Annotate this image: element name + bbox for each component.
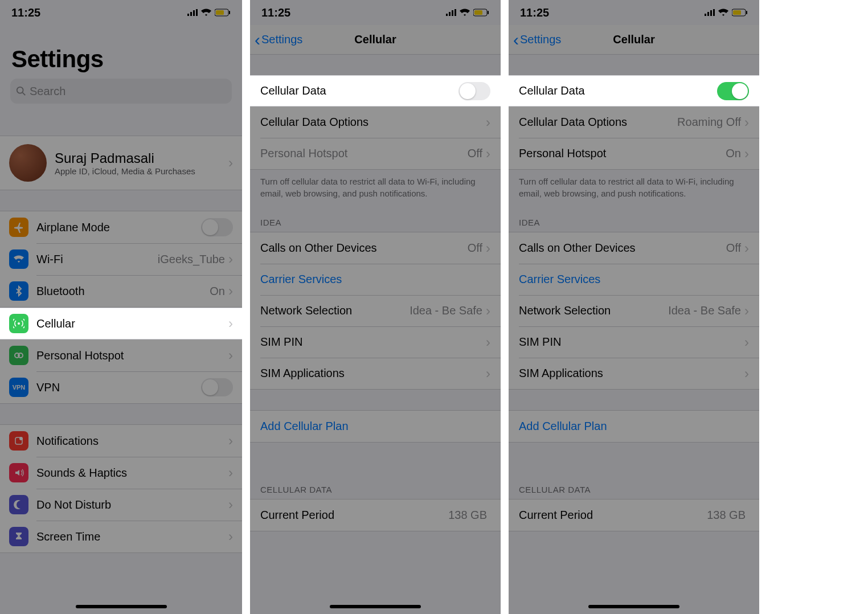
- row-sim-apps[interactable]: SIM Applications ›: [509, 358, 759, 389]
- svg-rect-6: [229, 11, 230, 14]
- row-label: Personal Hotspot: [260, 147, 468, 160]
- row-value: On: [210, 285, 225, 298]
- svg-point-13: [19, 437, 23, 440]
- row-calls-other[interactable]: Calls on Other Devices Off ›: [250, 232, 501, 264]
- row-notifications[interactable]: Notifications ›: [0, 425, 242, 457]
- row-sim-pin[interactable]: SIM PIN ›: [250, 326, 501, 358]
- row-network-selection[interactable]: Network Selection Idea - Be Safe ›: [250, 295, 501, 326]
- row-label: SIM Applications: [519, 367, 744, 380]
- cellular-data-toggle[interactable]: [458, 82, 490, 100]
- row-add-plan[interactable]: Add Cellular Plan: [509, 411, 759, 442]
- chevron-right-icon: ›: [486, 240, 490, 256]
- row-current-period: Current Period 138 GB: [509, 500, 759, 531]
- row-label: Bluetooth: [36, 285, 210, 298]
- signal-icon: [187, 7, 198, 18]
- vpn-toggle[interactable]: [201, 378, 233, 396]
- svg-rect-15: [449, 12, 451, 16]
- row-label: Carrier Services: [519, 273, 749, 286]
- chevron-right-icon: ›: [228, 283, 233, 299]
- status-time: 11:25: [261, 6, 290, 19]
- back-button[interactable]: ‹ Settings: [513, 33, 561, 46]
- svg-rect-26: [733, 10, 741, 15]
- row-label: SIM Applications: [260, 367, 486, 380]
- row-sim-pin[interactable]: SIM PIN ›: [509, 326, 759, 358]
- wifi-icon: [9, 249, 28, 269]
- chevron-left-icon: ‹: [255, 34, 260, 46]
- row-bluetooth[interactable]: Bluetooth On ›: [0, 275, 242, 307]
- svg-line-8: [23, 93, 26, 96]
- status-time: 11:25: [11, 6, 40, 19]
- home-indicator[interactable]: [588, 605, 679, 608]
- chevron-right-icon: ›: [228, 433, 233, 449]
- battery-icon: [215, 9, 231, 17]
- row-network-selection[interactable]: Network Selection Idea - Be Safe ›: [509, 295, 759, 326]
- status-icons: [446, 7, 489, 18]
- row-data-options[interactable]: Cellular Data Options Roaming Off ›: [509, 107, 759, 138]
- home-indicator[interactable]: [76, 605, 167, 608]
- row-label: Network Selection: [260, 304, 410, 317]
- row-label: SIM PIN: [260, 335, 486, 349]
- airplane-toggle[interactable]: [201, 218, 233, 236]
- wifi-icon: [718, 7, 728, 18]
- home-indicator[interactable]: [330, 605, 421, 608]
- profile-name: Suraj Padmasali: [55, 150, 228, 166]
- row-sounds[interactable]: Sounds & Haptics ›: [0, 457, 242, 489]
- nav-bar: ‹ Settings Cellular: [509, 25, 759, 55]
- row-label: Calls on Other Devices: [519, 241, 726, 255]
- row-label: SIM PIN: [519, 335, 744, 349]
- svg-rect-20: [488, 11, 489, 14]
- chevron-right-icon: ›: [228, 155, 233, 171]
- row-value: iGeeks_Tube: [158, 253, 225, 266]
- row-cellular-data[interactable]: Cellular Data: [250, 75, 501, 107]
- row-personal-hotspot[interactable]: Personal Hotspot Off ›: [250, 138, 501, 169]
- row-value: Idea - Be Safe: [410, 304, 482, 317]
- section-header: CELLULAR DATA: [250, 477, 501, 499]
- chevron-right-icon: ›: [228, 347, 233, 363]
- row-vpn[interactable]: VPN VPN: [0, 371, 242, 403]
- row-carrier-services[interactable]: Carrier Services: [509, 264, 759, 295]
- row-label: Personal Hotspot: [519, 147, 726, 160]
- chevron-right-icon: ›: [486, 366, 490, 382]
- sounds-icon: [9, 463, 28, 482]
- settings-screen: 11:25 Settings Search Suraj Padmasali Ap…: [0, 0, 242, 614]
- cellular-data-toggle[interactable]: [717, 82, 749, 100]
- hourglass-icon: [9, 527, 28, 546]
- row-label: Sounds & Haptics: [36, 466, 228, 480]
- row-data-options[interactable]: Cellular Data Options ›: [250, 107, 501, 138]
- row-airplane[interactable]: Airplane Mode: [0, 211, 242, 243]
- svg-point-7: [17, 87, 23, 93]
- svg-rect-2: [193, 10, 195, 16]
- antenna-icon: [9, 314, 28, 333]
- row-cellular[interactable]: Cellular ›: [0, 308, 242, 339]
- section-header: IDEA: [250, 210, 501, 232]
- back-button[interactable]: ‹ Settings: [255, 33, 302, 46]
- chevron-right-icon: ›: [744, 366, 749, 382]
- hotspot-icon: [9, 346, 28, 365]
- row-label: Personal Hotspot: [36, 349, 228, 362]
- row-screentime[interactable]: Screen Time ›: [0, 521, 242, 552]
- row-cellular-data[interactable]: Cellular Data: [509, 75, 759, 107]
- row-hotspot[interactable]: Personal Hotspot ›: [0, 339, 242, 371]
- row-add-plan[interactable]: Add Cellular Plan: [250, 411, 501, 442]
- row-calls-other[interactable]: Calls on Other Devices Off ›: [509, 232, 759, 264]
- row-value: Roaming Off: [677, 116, 741, 129]
- row-label: Add Cellular Plan: [519, 420, 749, 433]
- section-header: CELLULAR DATA: [509, 477, 759, 499]
- row-dnd[interactable]: Do Not Disturb ›: [0, 489, 242, 521]
- profile-row[interactable]: Suraj Padmasali Apple ID, iCloud, Media …: [0, 136, 242, 190]
- row-label: Current Period: [519, 509, 707, 522]
- row-wifi[interactable]: Wi-Fi iGeeks_Tube ›: [0, 243, 242, 275]
- chevron-right-icon: ›: [486, 303, 490, 319]
- row-label: Cellular Data: [260, 84, 458, 97]
- row-label: Screen Time: [36, 530, 228, 543]
- search-input[interactable]: Search: [10, 79, 232, 104]
- row-label: Current Period: [260, 509, 448, 522]
- bluetooth-icon: [9, 281, 28, 301]
- row-sim-apps[interactable]: SIM Applications ›: [250, 358, 501, 389]
- status-icons: [705, 7, 748, 18]
- svg-rect-1: [190, 12, 192, 16]
- svg-rect-27: [746, 11, 747, 14]
- row-label: Calls on Other Devices: [260, 241, 468, 255]
- row-personal-hotspot[interactable]: Personal Hotspot On ›: [509, 138, 759, 169]
- row-carrier-services[interactable]: Carrier Services: [250, 264, 501, 295]
